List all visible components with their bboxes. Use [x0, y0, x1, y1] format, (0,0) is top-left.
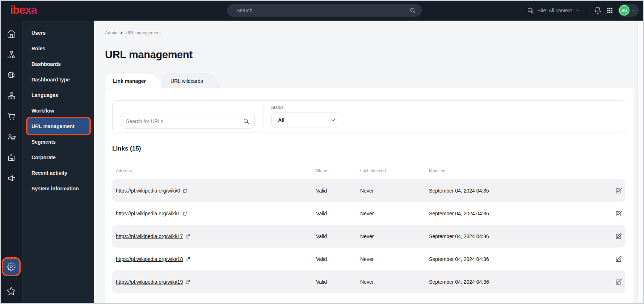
sidebar-menu-item-label: Dashboard type [31, 77, 70, 83]
chevron-down-icon [631, 8, 636, 13]
topbar-divider [587, 5, 587, 16]
chevron-down-icon [575, 8, 580, 13]
admin-settings-highlight[interactable] [3, 259, 19, 275]
url-search-field [120, 114, 255, 128]
url-search-input[interactable] [126, 118, 243, 124]
status-selected-value: All [278, 117, 285, 123]
sidebar-menu-item-label: Dashboards [31, 61, 61, 67]
breadcrumb-current: URL management [126, 30, 161, 35]
table-row: https://pl.wikipedia.org/wiki/0 Valid Ne… [112, 179, 625, 202]
filter-bar: Status All [112, 100, 625, 132]
modified-cell: September 04, 2024 04:35 [425, 188, 608, 194]
sidebar-menu-item-label: Languages [31, 92, 58, 98]
campaign-megaphone-icon[interactable] [0, 168, 22, 189]
sidebar-menu-item-label: Roles [31, 46, 45, 51]
last-checked-cell: Never [357, 188, 425, 194]
personalization-target-icon[interactable] [0, 127, 22, 147]
table-row: https://pl.wikipedia.org/wiki/1 Valid Ne… [112, 202, 625, 225]
edit-url-icon[interactable] [613, 207, 625, 220]
admin-side-menu: Users Roles Dashboards Dashboard type La… [22, 21, 94, 304]
sidebar-menu-item-label: Workflow [31, 108, 54, 114]
external-link-icon[interactable] [185, 279, 190, 284]
edit-url-icon[interactable] [613, 253, 625, 265]
product-catalog-icon[interactable] [0, 85, 22, 106]
modified-cell: September 04, 2024 04:36 [425, 279, 608, 285]
main-content: Admin > URL management URL management Li… [94, 21, 644, 304]
last-checked-cell: Never [357, 256, 425, 262]
url-link[interactable]: https://pl.wikipedia.org/wiki/17 [116, 233, 183, 239]
external-link-icon[interactable] [182, 188, 188, 193]
sidebar-menu-item-label: Recent activity [31, 170, 67, 176]
breadcrumb: Admin > URL management [105, 30, 161, 35]
edit-url-icon[interactable] [613, 276, 625, 288]
filter-divider [264, 104, 264, 128]
favorites-star-icon[interactable] [0, 283, 22, 299]
last-checked-cell: Never [357, 211, 425, 216]
tab-bar: Link manager URL wildcards [105, 73, 219, 88]
home-icon[interactable] [0, 24, 22, 44]
status-cell: Valid [312, 256, 357, 262]
sidebar-menu-item[interactable]: Users [28, 25, 89, 41]
sidebar-menu-item-label: Segments [31, 139, 56, 145]
url-link[interactable]: https://pl.wikipedia.org/wiki/18 [116, 256, 183, 262]
sidebar-menu-item[interactable]: Languages [28, 87, 89, 103]
link-manager-panel: Status All Links (15) Address Status Las… [105, 88, 634, 304]
column-header-status: Status [312, 168, 357, 173]
vertical-scrollbar[interactable] [637, 21, 643, 303]
modified-cell: September 04, 2024 04:36 [425, 211, 608, 216]
site-tree-icon[interactable] [0, 44, 22, 65]
sidebar-menu-item[interactable]: System information [28, 181, 89, 196]
modified-cell: September 04, 2024 04:36 [425, 233, 608, 239]
last-checked-cell: Never [357, 233, 425, 239]
external-link-icon[interactable] [182, 211, 188, 216]
status-cell: Valid [312, 233, 357, 239]
search-icon[interactable] [409, 7, 416, 14]
sidebar-menu-item[interactable]: Workflow [28, 103, 89, 118]
edit-url-icon[interactable] [613, 230, 625, 242]
global-search-input[interactable] [236, 8, 409, 13]
url-link[interactable]: https://pl.wikipedia.org/wiki/1 [116, 211, 180, 216]
website-globe-icon[interactable] [0, 65, 22, 85]
company-badge-icon[interactable] [0, 147, 22, 168]
url-link[interactable]: https://pl.wikipedia.org/wiki/0 [116, 188, 180, 194]
status-cell: Valid [312, 279, 357, 285]
sidebar-menu-item[interactable]: Recent activity [28, 165, 89, 181]
tab-link-manager[interactable]: Link manager [105, 73, 161, 88]
sidebar-menu-item[interactable]: Dashboards [28, 56, 89, 72]
tab-url-wildcards[interactable]: URL wildcards [162, 73, 219, 88]
search-icon[interactable] [243, 118, 249, 124]
notifications-bell-icon[interactable] [594, 7, 602, 14]
sidebar-menu-item[interactable]: URL management [28, 118, 89, 134]
breadcrumb-separator: > [120, 30, 123, 35]
rail-divider [4, 279, 19, 279]
site-context-switcher[interactable]: Site: All context [527, 7, 580, 14]
topbar-right-cluster: Site: All context AU [527, 0, 639, 21]
sidebar-menu-item[interactable]: Segments [28, 134, 89, 149]
sidebar-menu-item[interactable]: Roles [28, 41, 89, 56]
external-link-icon[interactable] [185, 257, 190, 262]
edit-url-icon[interactable] [613, 185, 625, 197]
cart-icon[interactable] [0, 106, 22, 127]
breadcrumb-admin[interactable]: Admin [105, 30, 117, 35]
status-label: Status [271, 105, 342, 110]
user-menu[interactable]: AU [618, 4, 639, 17]
chevron-down-icon [331, 117, 336, 123]
site-context-label: Site: All context [537, 8, 572, 13]
table-header: Address Status Last checked Modified [112, 165, 625, 177]
app-window: ibexa Site: All context [0, 0, 644, 304]
url-link[interactable]: https://pl.wikipedia.org/wiki/19 [116, 279, 183, 285]
table-row: https://pl.wikipedia.org/wiki/18 Valid N… [112, 248, 625, 270]
sidebar-menu-item[interactable]: Corporate [28, 149, 89, 165]
ibexa-logo[interactable]: ibexa [10, 4, 37, 17]
status-select[interactable]: All [271, 113, 342, 127]
column-header-last-checked: Last checked [357, 168, 425, 173]
last-checked-cell: Never [357, 279, 425, 285]
site-globe-icon [527, 7, 534, 14]
external-link-icon[interactable] [185, 234, 190, 239]
sidebar-menu-item[interactable]: Dashboard type [28, 72, 89, 87]
apps-grid-icon[interactable] [606, 7, 613, 14]
left-icon-rail [0, 21, 22, 304]
avatar: AU [619, 5, 630, 16]
global-search [227, 4, 422, 17]
status-cell: Valid [312, 188, 357, 194]
